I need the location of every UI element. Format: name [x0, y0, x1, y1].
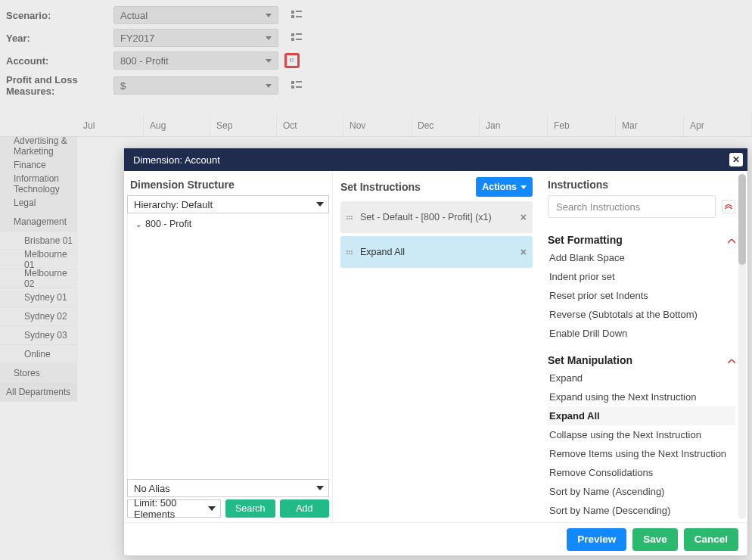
grid-col-header[interactable]: Jan	[480, 114, 548, 137]
grid-row-header[interactable]: Melbourne 01	[0, 250, 77, 269]
search-instructions-input[interactable]: Search Instructions	[548, 195, 716, 218]
measures-value: $	[120, 80, 126, 92]
section-header[interactable]: Set Manipulation	[548, 352, 735, 369]
set-instruction-item[interactable]: Set - Default - [800 - Profit] (x1)×	[340, 201, 533, 233]
actions-label: Actions	[482, 182, 517, 192]
instruction-option[interactable]: Reverse (Subtotals at the Bottom)	[548, 305, 735, 324]
tree-node[interactable]: ⌄ 800 - Profit	[132, 216, 324, 232]
account-select[interactable]: 800 - Profit	[113, 51, 278, 70]
svg-rect-13	[296, 81, 302, 82]
chevron-up-icon[interactable]	[728, 354, 735, 366]
grid-col-header[interactable]: Nov	[343, 114, 412, 137]
tree-icon-highlighted[interactable]	[284, 53, 300, 68]
tree-icon[interactable]	[289, 78, 304, 93]
filter-label: Scenario:	[6, 10, 113, 21]
remove-instruction-button[interactable]: ×	[520, 246, 527, 258]
panel-header: Instructions	[548, 177, 735, 195]
grid-col-header[interactable]: Oct	[277, 114, 343, 137]
grid-row-header[interactable]: Advertising & Marketing	[0, 137, 77, 156]
grid-col-header[interactable]: Jul	[77, 114, 144, 137]
instruction-option[interactable]: Collapse using the Next Instruction	[548, 425, 735, 444]
grid-col-header[interactable]: Aug	[144, 114, 210, 137]
search-button[interactable]: Search	[225, 499, 275, 518]
instruction-option[interactable]: Expand All	[548, 406, 735, 425]
drag-handle-icon[interactable]	[346, 250, 354, 254]
grid-col-header[interactable]: Feb	[548, 114, 616, 137]
close-button[interactable]: ✕	[729, 153, 743, 166]
grid-row-header[interactable]: Finance	[0, 156, 77, 175]
grid-row-headers: Advertising & MarketingFinanceInformatio…	[0, 114, 77, 402]
dimension-dialog: Dimension: Account ✕ Dimension Structure…	[123, 148, 748, 556]
svg-rect-7	[296, 39, 302, 40]
svg-rect-1	[296, 11, 302, 12]
instruction-option[interactable]: Expand	[548, 369, 735, 387]
filter-label: Year:	[6, 33, 113, 44]
search-placeholder: Search Instructions	[556, 201, 640, 213]
grid-row-header[interactable]: Brisbane 01	[0, 232, 77, 250]
filter-label: Account:	[6, 55, 113, 67]
grid-col-header[interactable]: Sep	[210, 114, 277, 137]
filter-label: Profit and Loss Measures:	[6, 74, 113, 97]
svg-rect-0	[291, 11, 294, 14]
instruction-option[interactable]: Expand using the Next Instruction	[548, 387, 735, 406]
section-header[interactable]: Set Formatting	[548, 232, 735, 248]
instruction-option[interactable]: Reset prior set Indents	[548, 286, 735, 305]
tree-icon[interactable]	[289, 30, 304, 45]
grid-row-header[interactable]: Information Technology	[0, 175, 77, 194]
chevron-up-icon[interactable]	[728, 234, 735, 246]
grid-row-header[interactable]: Melbourne 02	[0, 269, 77, 288]
filter-row-measures: Profit and Loss Measures: $	[0, 72, 752, 99]
alias-select[interactable]: No Alias	[127, 479, 329, 497]
limit-value: Limit: 500 Elements	[134, 497, 214, 520]
grid-row-header[interactable]: Management	[0, 213, 77, 232]
grid-row-header[interactable]: Sydney 01	[0, 288, 77, 307]
instruction-option[interactable]: Sort by Name (Descending)	[548, 501, 735, 520]
measures-select[interactable]: $	[113, 76, 278, 95]
instruction-option[interactable]: Indent prior set	[548, 267, 735, 286]
preview-button[interactable]: Preview	[567, 528, 626, 551]
collapse-all-button[interactable]	[722, 200, 735, 213]
instruction-option[interactable]: Remove Consolidations	[548, 463, 735, 482]
grid-row-header[interactable]: Sydney 02	[0, 307, 77, 326]
instruction-option[interactable]: Add Blank Space	[548, 248, 735, 267]
svg-rect-11	[292, 61, 294, 61]
instruction-option[interactable]: Remove Items using the Next Instruction	[548, 444, 735, 463]
grid-col-header[interactable]: Mar	[616, 114, 684, 137]
grid-row-header[interactable]: All Departments	[0, 383, 77, 402]
grid-row-header[interactable]: Sydney 03	[0, 326, 77, 345]
scrollbar[interactable]	[738, 174, 746, 519]
remove-instruction-button[interactable]: ×	[520, 211, 527, 223]
set-instruction-item[interactable]: Expand All×	[340, 236, 533, 268]
hierarchy-tree: ⌄ 800 - Profit	[127, 213, 329, 479]
tree-icon[interactable]	[289, 8, 304, 23]
filters-panel: Scenario: Actual Year: FY2017 Account: 8…	[0, 0, 752, 114]
chevron-down-icon[interactable]: ⌄	[135, 220, 141, 229]
hierarchy-select[interactable]: Hierarchy: Default	[127, 195, 329, 213]
grid-row-header[interactable]: Online	[0, 345, 77, 364]
svg-rect-8	[290, 58, 291, 60]
scenario-select[interactable]: Actual	[113, 6, 278, 24]
grid-col-header[interactable]: Dec	[412, 114, 480, 137]
year-select[interactable]: FY2017	[113, 29, 278, 47]
instruction-option[interactable]: Sort by Name (Ascending)	[548, 482, 735, 501]
grid-row-header[interactable]: Stores	[0, 364, 77, 383]
svg-rect-3	[296, 16, 302, 17]
actions-dropdown-button[interactable]: Actions	[476, 177, 533, 197]
svg-rect-6	[291, 38, 294, 41]
instruction-text: Expand All	[360, 247, 514, 257]
section-title: Set Manipulation	[548, 354, 632, 366]
save-button[interactable]: Save	[632, 528, 678, 551]
limit-select[interactable]: Limit: 500 Elements	[127, 499, 221, 518]
instruction-option[interactable]: Sort by Value using the Next Instruction	[548, 520, 735, 522]
scrollbar-thumb[interactable]	[738, 174, 746, 265]
add-button[interactable]: Add	[280, 499, 330, 518]
grid-row-header[interactable]: Legal	[0, 194, 77, 213]
cancel-button[interactable]: Cancel	[684, 528, 738, 551]
instruction-option[interactable]: Enable Drill Down	[548, 324, 735, 343]
section-title: Set Formatting	[548, 234, 623, 246]
scenario-value: Actual	[120, 10, 148, 21]
svg-rect-15	[296, 86, 302, 88]
svg-rect-5	[296, 33, 302, 35]
grid-col-header[interactable]: Apr	[684, 114, 752, 137]
drag-handle-icon[interactable]	[346, 216, 354, 219]
